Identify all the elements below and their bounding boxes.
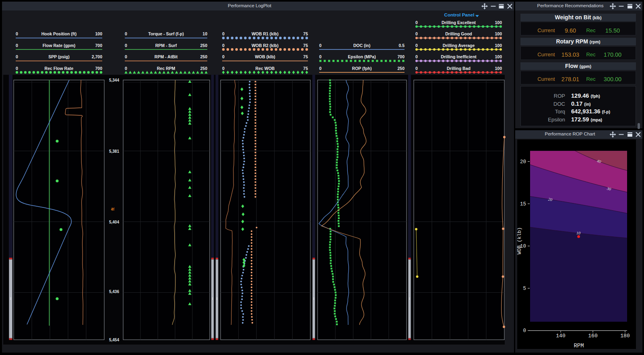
svg-text:20: 20 bbox=[548, 197, 553, 202]
svg-text:15: 15 bbox=[520, 201, 526, 207]
svg-text:WOB (klb): WOB (klb) bbox=[517, 227, 522, 254]
svg-text:RPM: RPM bbox=[574, 343, 584, 349]
svg-text:5: 5 bbox=[523, 286, 526, 291]
svg-text:10: 10 bbox=[576, 231, 581, 236]
svg-text:160: 160 bbox=[588, 333, 597, 339]
svg-text:0: 0 bbox=[523, 328, 526, 334]
svg-text:180: 180 bbox=[620, 333, 630, 339]
svg-text:140: 140 bbox=[556, 333, 565, 339]
svg-text:20: 20 bbox=[520, 159, 526, 165]
